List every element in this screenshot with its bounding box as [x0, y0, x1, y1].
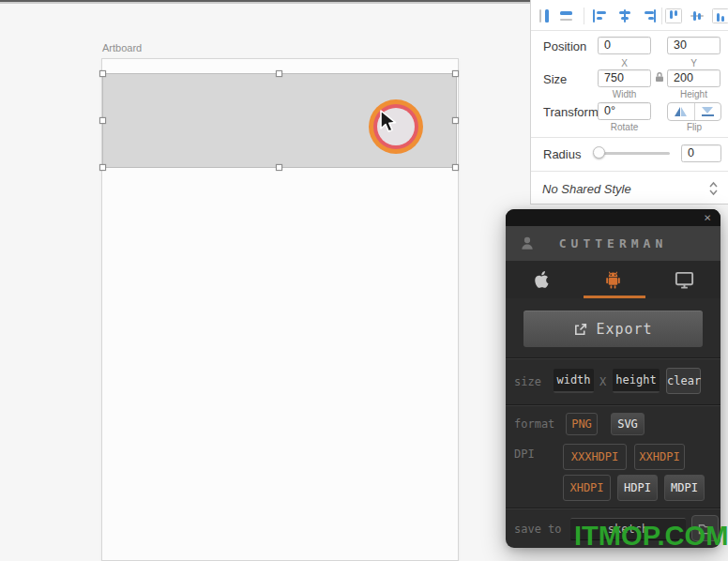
lock-icon[interactable] [655, 71, 664, 83]
align-center-horizontal-icon[interactable] [616, 8, 633, 23]
monitor-icon [674, 269, 695, 291]
cutterman-plugin-panel: × CUTTERMAN [506, 209, 720, 548]
dpi-xxhdpi-button[interactable]: XXHDPI [634, 444, 685, 470]
save-to-label: save to [514, 523, 562, 536]
inspector-divider [531, 171, 728, 172]
ring-inner-band [373, 104, 418, 149]
y-sublabel: Y [667, 58, 720, 68]
radius-input[interactable]: 0 [681, 144, 721, 162]
format-png-button[interactable]: PNG [566, 413, 598, 435]
android-icon [602, 269, 624, 291]
selection-handle-top-left[interactable] [99, 70, 106, 77]
tab-apple[interactable] [506, 261, 577, 298]
distribute-vertically-icon[interactable] [557, 8, 574, 23]
toolbar-divider [584, 8, 584, 24]
radius-slider-knob[interactable] [593, 146, 605, 159]
selection-handle-bottom-right[interactable] [452, 164, 459, 171]
align-bottom-icon[interactable] [712, 8, 728, 23]
cutterman-header: CUTTERMAN [506, 226, 720, 261]
rotate-input[interactable]: 0° [598, 102, 651, 120]
tab-android[interactable] [577, 261, 648, 298]
export-label: Export [596, 321, 652, 338]
export-button[interactable]: Export [523, 311, 703, 347]
width-input[interactable]: 750 [598, 69, 651, 87]
artboard-title[interactable]: Artboard [102, 42, 142, 53]
selection-handle-top-right[interactable] [452, 70, 459, 77]
width-sublabel: Width [598, 89, 651, 99]
transform-label: Transform [543, 105, 599, 119]
align-middle-vertical-icon[interactable] [689, 8, 705, 23]
height-input[interactable]: 200 [667, 69, 720, 87]
radius-slider-track[interactable] [602, 152, 670, 155]
panel-divider [506, 508, 720, 509]
panel-divider [506, 404, 720, 406]
rotate-sublabel: Rotate [598, 122, 651, 132]
top-edge-line-light [0, 2, 530, 4]
dpi-xhdpi-button[interactable]: XHDPI [563, 475, 611, 501]
chevron-up-down-icon[interactable] [708, 180, 719, 197]
ring-center [377, 108, 415, 145]
clear-button[interactable]: clear [666, 368, 701, 394]
distribute-horizontally-icon[interactable] [536, 8, 553, 23]
platform-tabs [506, 261, 720, 298]
flip-vertical-icon [702, 107, 714, 116]
ring-shape[interactable] [369, 99, 423, 154]
export-icon [573, 323, 587, 337]
height-sublabel: Height [667, 89, 720, 99]
size-separator: X [599, 375, 606, 388]
flip-horizontal-icon [675, 107, 680, 116]
selection-handle-bottom-center[interactable] [276, 164, 282, 171]
align-top-icon[interactable] [665, 8, 682, 23]
x-sublabel: X [598, 58, 651, 68]
alignment-toolbar [531, 0, 728, 31]
inspector-panel: Position 0 30 X Y Size 750 200 Width Hei… [530, 0, 728, 205]
selection-handle-top-center[interactable] [276, 70, 282, 77]
export-height-input[interactable]: height [613, 369, 660, 393]
position-x-input[interactable]: 0 [598, 37, 651, 54]
panel-divider [506, 357, 720, 359]
cutterman-titlebar[interactable]: × [506, 209, 720, 226]
position-y-input[interactable]: 30 [667, 37, 720, 54]
apple-icon [532, 268, 552, 291]
selection-handle-bottom-left[interactable] [99, 164, 106, 171]
flip-vertical-button[interactable] [694, 103, 721, 120]
flip-segmented-control [667, 102, 721, 121]
cutterman-title: CUTTERMAN [506, 236, 720, 250]
tab-desktop[interactable] [649, 261, 720, 298]
inspector-divider [531, 137, 728, 138]
size-row-label: size [514, 375, 541, 388]
position-label: Position [543, 39, 586, 53]
toolbar-divider [661, 8, 662, 24]
format-row-label: format [514, 417, 554, 431]
flip-horizontal-button[interactable] [668, 103, 694, 120]
dpi-xxxhdpi-button[interactable]: XXXHDPI [563, 444, 627, 470]
canvas-area[interactable]: Artboard [0, 0, 530, 561]
selection-handle-mid-right[interactable] [452, 117, 459, 124]
shared-style-selector[interactable]: No Shared Style [542, 182, 631, 196]
active-tab-underline [584, 296, 645, 298]
radius-label: Radius [543, 147, 581, 161]
format-svg-button[interactable]: SVG [611, 413, 645, 435]
dpi-mdpi-button[interactable]: MDPI [664, 475, 705, 501]
flip-sublabel: Flip [667, 122, 721, 132]
dpi-row-label: DPI [514, 447, 535, 461]
align-right-icon[interactable] [641, 8, 658, 23]
size-label: Size [543, 72, 567, 86]
align-left-icon[interactable] [591, 8, 608, 23]
flip-horizontal-icon-mirror [681, 107, 687, 116]
selection-handle-mid-left[interactable] [99, 117, 106, 124]
export-width-input[interactable]: width [554, 369, 594, 393]
watermark-text: ITMOP.COM [574, 520, 728, 552]
dpi-hdpi-button[interactable]: HDPI [617, 475, 658, 501]
close-icon[interactable]: × [704, 210, 711, 225]
